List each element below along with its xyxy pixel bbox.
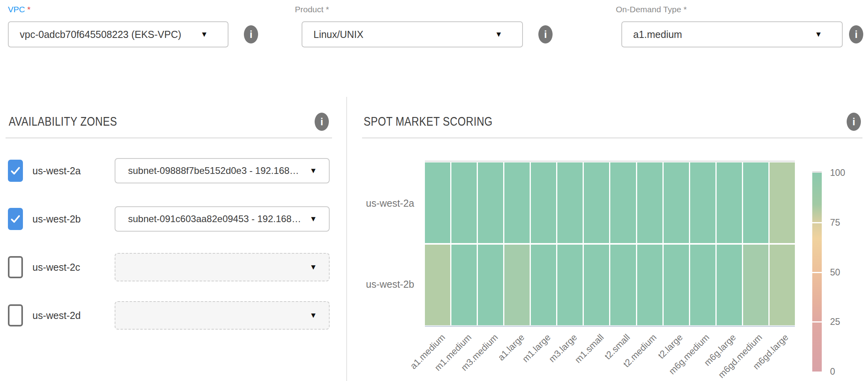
spot-market-header: SPOT MARKET SCORING i: [364, 111, 861, 132]
heatmap-cell-us-west-2b-a1.large[interactable]: [504, 245, 530, 325]
heatmap-cell-us-west-2b-a1.medium[interactable]: [425, 245, 450, 325]
ondemand-type-label: On-Demand Type *: [616, 5, 687, 14]
heatmap-cell-us-west-2a-m6gd.medium[interactable]: [743, 162, 768, 243]
vpc-info-icon[interactable]: i: [244, 25, 258, 43]
panel-divider: [346, 97, 347, 381]
availability-zones-title: AVAILABILITY ZONES: [9, 115, 117, 129]
chevron-down-icon: ▼: [309, 311, 317, 320]
heatmap-cell-us-west-2a-m1.large[interactable]: [531, 162, 556, 243]
heatmap-cell-us-west-2a-m1.medium[interactable]: [451, 162, 477, 243]
ondemand-type-label-text: On-Demand Type: [616, 5, 681, 14]
chevron-down-icon: ▼: [200, 30, 208, 39]
zone-label: us-west-2a: [32, 165, 81, 177]
heatmap-cell-us-west-2b-m1.small[interactable]: [584, 245, 609, 325]
heatmap-cell-us-west-2b-t2.medium[interactable]: [637, 245, 662, 325]
spot-market-divider: [362, 138, 862, 138]
az-row-us-west-2c: us-west-2c▼: [6, 253, 332, 281]
required-asterisk: *: [27, 5, 30, 14]
heatmap-cell-us-west-2b-m3.medium[interactable]: [478, 245, 503, 325]
zone-label: us-west-2b: [32, 213, 81, 225]
az-row-us-west-2a: us-west-2asubnet-09888f7be5152d0e3 - 192…: [6, 157, 332, 185]
top-form: VPC * vpc-0adcb70f645508223 (EKS-VPC) ▼ …: [0, 0, 868, 71]
legend-label-75: 75: [830, 217, 858, 228]
availability-zones-info-icon[interactable]: i: [315, 113, 329, 131]
subnet-select-us-west-2a[interactable]: subnet-09888f7be5152d0e3 - 192.168…▼: [115, 158, 330, 183]
heatmap-cell-us-west-2a-a1.large[interactable]: [504, 162, 530, 243]
vpc-select-value: vpc-0adcb70f645508223 (EKS-VPC): [9, 29, 200, 40]
heatmap: [425, 162, 795, 325]
legend-label-100: 100: [830, 168, 858, 178]
product-select[interactable]: Linux/UNIX ▼: [302, 21, 523, 47]
heatmap-x-axis-labels: a1.mediumm1.mediumm3.mediuma1.largem1.la…: [425, 330, 795, 381]
vpc-label-text: VPC: [8, 5, 25, 14]
chevron-down-icon: ▼: [309, 166, 317, 175]
heatmap-cell-us-west-2a-m1.small[interactable]: [584, 162, 609, 243]
chevron-down-icon: ▼: [309, 263, 317, 272]
product-label: Product *: [295, 5, 329, 14]
heatmap-cell-us-west-2a-m3.large[interactable]: [557, 162, 583, 243]
availability-zones-divider: [6, 138, 332, 138]
ondemand-type-info-icon[interactable]: i: [849, 25, 863, 43]
az-row-us-west-2d: us-west-2d▼: [6, 301, 332, 330]
y-axis-label-us-west-2b: us-west-2b: [346, 279, 414, 290]
spot-market-info-icon[interactable]: i: [847, 113, 861, 131]
heatmap-cell-us-west-2b-m6gd.medium[interactable]: [743, 245, 768, 325]
x-axis-label-text: m1.small: [572, 332, 606, 365]
legend-tick: [812, 321, 822, 323]
heatmap-color-legend: [812, 173, 822, 372]
zone-checkbox-us-west-2d[interactable]: [8, 304, 23, 326]
legend-tick: [812, 222, 822, 223]
heatmap-cell-us-west-2b-m6gd.large[interactable]: [770, 245, 795, 325]
heatmap-cell-us-west-2b-m6g.large[interactable]: [717, 245, 742, 325]
zone-label: us-west-2c: [32, 262, 80, 273]
required-asterisk: *: [326, 5, 329, 14]
product-label-text: Product: [295, 5, 323, 14]
product-info-icon[interactable]: i: [538, 25, 553, 43]
subnet-select-us-west-2d[interactable]: ▼: [115, 301, 330, 330]
availability-zone-list: us-west-2asubnet-09888f7be5152d0e3 - 192…: [6, 157, 332, 349]
legend-tick: [812, 272, 822, 273]
required-asterisk: *: [683, 5, 687, 14]
subnet-select-value: subnet-091c603aa82e09453 - 192.168…: [115, 213, 309, 224]
vpc-label: VPC *: [8, 5, 30, 14]
zone-checkbox-us-west-2b[interactable]: [8, 208, 23, 230]
availability-zones-header: AVAILABILITY ZONES i: [9, 111, 329, 132]
heatmap-cell-us-west-2a-m6g.large[interactable]: [717, 162, 742, 243]
vpc-select[interactable]: vpc-0adcb70f645508223 (EKS-VPC) ▼: [8, 21, 228, 47]
ondemand-type-select[interactable]: a1.medium ▼: [621, 21, 843, 47]
zone-checkbox-us-west-2c[interactable]: [8, 256, 23, 278]
heatmap-cell-us-west-2b-t2.large[interactable]: [664, 245, 689, 325]
heatmap-cell-us-west-2b-m6g.medium[interactable]: [690, 245, 715, 325]
subnet-select-us-west-2b[interactable]: subnet-091c603aa82e09453 - 192.168…▼: [115, 206, 330, 232]
heatmap-cell-us-west-2a-m6gd.large[interactable]: [770, 162, 795, 243]
heatmap-cell-us-west-2a-t2.medium[interactable]: [637, 162, 662, 243]
chevron-down-icon: ▼: [495, 30, 502, 39]
ondemand-type-select-value: a1.medium: [622, 29, 815, 40]
heatmap-cell-us-west-2b-t2.small[interactable]: [610, 245, 636, 325]
heatmap-cell-us-west-2a-a1.medium[interactable]: [425, 162, 450, 243]
heatmap-cell-us-west-2a-t2.small[interactable]: [610, 162, 636, 243]
legend-label-50: 50: [830, 267, 858, 277]
heatmap-cell-us-west-2a-m6g.medium[interactable]: [690, 162, 715, 243]
legend-label-25: 25: [830, 317, 858, 327]
product-select-value: Linux/UNIX: [302, 29, 495, 40]
heatmap-cell-us-west-2b-m1.medium[interactable]: [451, 245, 477, 325]
legend-label-0: 0: [830, 366, 858, 377]
heatmap-cell-us-west-2a-t2.large[interactable]: [664, 162, 689, 243]
heatmap-cell-us-west-2b-m1.large[interactable]: [531, 245, 556, 325]
heatmap-cell-us-west-2b-m3.large[interactable]: [557, 245, 583, 325]
zone-label: us-west-2d: [32, 310, 81, 321]
chevron-down-icon: ▼: [309, 215, 317, 223]
spot-market-title: SPOT MARKET SCORING: [364, 115, 492, 129]
heatmap-top-border: [425, 160, 795, 162]
legend-top-border: [812, 171, 822, 173]
subnet-select-value: subnet-09888f7be5152d0e3 - 192.168…: [115, 165, 309, 176]
subnet-select-us-west-2c[interactable]: ▼: [115, 253, 330, 281]
x-axis-label-text: m1.large: [521, 332, 553, 364]
chevron-down-icon: ▼: [815, 30, 822, 39]
heatmap-axis-line: [425, 326, 795, 327]
y-axis-label-us-west-2a: us-west-2a: [346, 198, 414, 209]
zone-checkbox-us-west-2a[interactable]: [8, 160, 23, 182]
heatmap-cell-us-west-2a-m3.medium[interactable]: [478, 162, 503, 243]
az-row-us-west-2b: us-west-2bsubnet-091c603aa82e09453 - 192…: [6, 205, 332, 233]
